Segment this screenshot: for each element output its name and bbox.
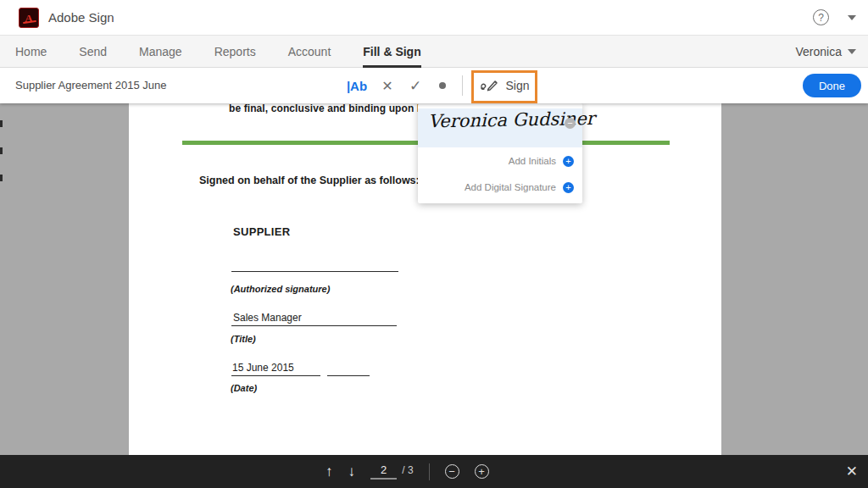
done-button[interactable]: Done — [803, 74, 861, 97]
signature-dropdown-menu: Veronica Gudsiner − Add Initials + Add D… — [418, 103, 582, 203]
chevron-down-icon — [848, 49, 856, 54]
user-menu[interactable]: Veronica — [796, 36, 856, 68]
zoom-in-icon[interactable]: + — [475, 464, 489, 479]
tab-manage[interactable]: Manage — [139, 36, 182, 68]
pager-controls: ↑ ↓ 2 / 3 − + — [326, 455, 489, 488]
chevron-down-icon[interactable] — [848, 15, 856, 20]
zoom-out-icon[interactable]: − — [445, 464, 459, 479]
pager-bar: ↑ ↓ 2 / 3 − + ✕ — [0, 455, 868, 488]
add-initials-label: Add Initials — [509, 156, 556, 166]
nav-bar: Home Send Manage Reports Account Fill & … — [0, 36, 868, 68]
signature-line[interactable] — [231, 271, 398, 272]
close-icon[interactable]: ✕ — [846, 463, 858, 480]
dot-icon — [439, 82, 446, 89]
signed-statement: Signed on behalf of the Supplier as foll… — [199, 175, 420, 186]
tab-account[interactable]: Account — [288, 36, 331, 68]
top-app-bar: A Adobe Sign ? — [0, 0, 868, 36]
add-digital-signature-item[interactable]: Add Digital Signature + — [421, 180, 574, 194]
cross-tool[interactable]: ✕ — [378, 68, 397, 103]
signature-pen-icon — [479, 78, 499, 93]
tab-reports[interactable]: Reports — [214, 36, 256, 68]
tab-fill-and-sign[interactable]: Fill & Sign — [363, 36, 420, 68]
checkmark-tool[interactable]: ✓ — [405, 68, 426, 103]
document-canvas: be final, conclusive and binding upon bo… — [0, 103, 868, 455]
date-line — [327, 375, 370, 376]
user-name: Veronica — [796, 45, 842, 58]
page-indicator: 2 / 3 — [370, 463, 414, 480]
next-page-icon[interactable]: ↓ — [348, 463, 356, 480]
sign-tool-button[interactable]: Sign — [475, 68, 534, 103]
title-field-value[interactable]: Sales Manager — [233, 312, 302, 324]
add-digital-signature-label: Add Digital Signature — [465, 182, 556, 192]
date-field-value[interactable]: 15 June 2015 — [232, 362, 294, 374]
add-initials-item[interactable]: Add Initials + — [421, 154, 574, 168]
title-line — [231, 325, 397, 326]
dot-tool[interactable] — [434, 68, 451, 103]
plus-icon: + — [563, 156, 574, 167]
page-total: / 3 — [402, 464, 413, 476]
pager-divider — [429, 463, 430, 480]
plus-icon: + — [563, 182, 574, 193]
tab-send[interactable]: Send — [79, 36, 107, 68]
page-number-input[interactable]: 2 — [370, 463, 397, 480]
toolbar-divider — [462, 75, 463, 96]
document-title: Supplier Agreement 2015 June — [15, 79, 167, 92]
add-text-tool[interactable]: |Ab — [344, 68, 370, 103]
date-line — [231, 375, 320, 376]
help-icon[interactable]: ? — [813, 9, 829, 25]
fill-sign-toolbar: Supplier Agreement 2015 June |Ab ✕ ✓ Sig… — [0, 68, 868, 103]
nav-tabs: Home Send Manage Reports Account Fill & … — [15, 36, 421, 68]
app-title: Adobe Sign — [48, 10, 114, 25]
tab-home[interactable]: Home — [15, 36, 47, 68]
previous-page-icon[interactable]: ↑ — [326, 463, 333, 480]
adobe-sign-logo-icon: A — [19, 8, 39, 28]
authorized-signature-caption: (Authorized signature) — [231, 284, 330, 294]
supplier-heading: SUPPLIER — [233, 225, 290, 238]
title-caption: (Title) — [231, 334, 256, 344]
document-body-line: be final, conclusive and binding upon bo… — [229, 103, 439, 114]
sign-tool-label: Sign — [505, 79, 529, 92]
saved-signature-name[interactable]: Veronica Gudsiner — [428, 109, 557, 132]
left-edge-panel-handle[interactable] — [0, 120, 3, 181]
remove-signature-icon[interactable]: − — [565, 118, 576, 129]
date-caption: (Date) — [231, 383, 257, 393]
